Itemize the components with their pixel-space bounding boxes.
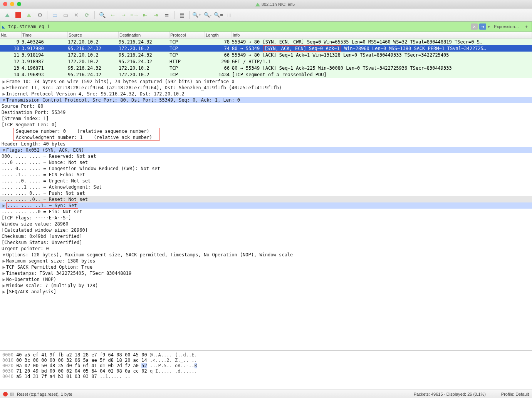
status-profile[interactable]: Profile: Default	[501, 392, 529, 396]
colorize-button[interactable]: ▤	[177, 10, 187, 20]
display-filter-input[interactable]	[8, 24, 469, 29]
minimize-icon[interactable]	[10, 2, 14, 6]
apply-filter-button[interactable]: ➔	[479, 23, 486, 30]
flag-fin[interactable]: .... .... ...0 = Fin: Not set	[0, 209, 532, 215]
tree-tcp[interactable]: ▼Transmission Control Protocol, Src Port…	[0, 97, 532, 103]
last-packet-button[interactable]: ⇥	[151, 10, 161, 20]
zoom-icon[interactable]	[17, 2, 21, 6]
tree-ip[interactable]: ▶Internet Protocol Version 4, Src: 95.21…	[0, 91, 532, 97]
stop-capture-button[interactable]	[13, 10, 23, 20]
tcp-window-size[interactable]: Window size value: 28960	[0, 221, 532, 227]
packet-row[interactable]: 134.19687195.216.24.32172.20.10.2TCP6680…	[0, 65, 532, 71]
bookmark-icon[interactable]: ◣	[2, 24, 7, 29]
reload-button[interactable]: ⟳	[82, 10, 92, 20]
auto-scroll-button[interactable]: ≣	[162, 10, 172, 20]
flag-ece[interactable]: .... .1.. .... = ECN-Echo: Set	[0, 172, 532, 178]
open-file-button[interactable]: ▭	[50, 10, 60, 20]
tcp-flags-string[interactable]: [TCP Flags: ·····E·A··S·]	[0, 215, 532, 221]
main-toolbar: ⚙ ▭ ▭ ✕ ⟳ 🔍 ← → ≡→ ⇤ ⇥ ≣ ▤ 🔍+ 🔍- 🔍= ⫼	[0, 8, 532, 22]
restart-capture-button[interactable]	[24, 10, 34, 20]
packet-row[interactable]: 113.918194172.20.10.295.216.24.32TCP6655…	[0, 52, 532, 58]
add-filter-button[interactable]: +	[523, 24, 530, 29]
tcp-options[interactable]: ▼Options: (20 bytes), Maximum segment si…	[0, 252, 532, 258]
col-header-length[interactable]: Length	[205, 32, 232, 38]
annotation-seq-ack-box: Sequence number: 0 (relative sequence nu…	[13, 128, 159, 141]
tcp-sequence-number[interactable]: Sequence number: 0 (relative sequence nu…	[13, 128, 159, 134]
recent-filters-button[interactable]: ▾	[488, 24, 490, 29]
go-to-packet-button[interactable]: ≡→	[129, 10, 139, 20]
close-icon[interactable]	[3, 2, 7, 6]
col-header-source[interactable]: Source	[68, 32, 119, 38]
packet-list-header: No. Time Source Destination Protocol Len…	[0, 32, 532, 38]
packet-details-pane[interactable]: ▶Frame 10: 74 bytes on wire (592 bits), …	[0, 78, 532, 350]
zoom-out-button[interactable]: 🔍-	[203, 10, 213, 20]
opt-mss[interactable]: ▶Maximum segment size: 1380 bytes	[0, 258, 532, 264]
flag-ack[interactable]: .... ...1 .... = Acknowledgment: Set	[0, 184, 532, 190]
tcp-flags[interactable]: ▼Flags: 0x052 (SYN, ACK, ECN)	[0, 147, 532, 153]
start-capture-button[interactable]	[2, 10, 12, 20]
flag-nonce[interactable]: ...0 .... .... = Nonce: Not set	[0, 159, 532, 166]
packet-row[interactable]: 123.918987172.20.10.295.216.24.32HTTP290…	[0, 58, 532, 65]
opt-sack[interactable]: ▶TCP SACK Permitted Option: True	[0, 264, 532, 270]
go-back-button[interactable]: ←	[108, 10, 118, 20]
flag-rst[interactable]: .... .... .0.. = Reset: Not set	[0, 196, 532, 202]
hex-row[interactable]: 0010 00 3c 00 00 00 00 32 06 5a ae 5f d8…	[2, 358, 530, 363]
tcp-checksum-status[interactable]: [Checksum Status: Unverified]	[0, 239, 532, 246]
flag-urg[interactable]: .... ..0. .... = Urgent: Not set	[0, 178, 532, 184]
wireshark-fin-icon	[255, 2, 260, 7]
flag-psh[interactable]: .... .... 0... = Push: Not set	[0, 190, 532, 196]
opt-timestamps[interactable]: ▶Timestamps: TSval 3422725405, TSecr 830…	[0, 270, 532, 276]
title-text: 802.11n NIC: en5	[262, 2, 295, 7]
packet-bytes-pane[interactable]: 0000 40 a5 ef 41 9f fb a2 18 28 e7 f9 64…	[0, 350, 532, 390]
tcp-urgent-pointer[interactable]: Urgent pointer: 0	[0, 246, 532, 252]
tcp-stream-index[interactable]: [Stream index: 1]	[0, 115, 532, 122]
tree-ethernet[interactable]: ▶Ethernet II, Src: a2:18:28:e7:f9:64 (a2…	[0, 85, 532, 91]
expert-info-icon[interactable]	[3, 392, 8, 396]
tcp-segment-len[interactable]: [TCP Segment Len: 0]	[0, 122, 532, 128]
find-packet-button[interactable]: 🔍	[97, 10, 107, 20]
capture-options-button[interactable]: ⚙	[35, 10, 45, 20]
col-header-protocol[interactable]: Protocol	[170, 32, 205, 38]
tcp-ack-number[interactable]: Acknowledgment number: 1 (relative ack n…	[13, 134, 159, 140]
hex-row[interactable]: 0040 a5 1d 31 7f a4 b3 01 03 03 07 ..1..…	[2, 374, 530, 379]
clear-filter-button[interactable]: ✕	[471, 23, 478, 30]
tcp-dest-port[interactable]: Destination Port: 55349	[0, 109, 532, 115]
resize-columns-button[interactable]: ⫼	[224, 10, 234, 20]
flag-cwr[interactable]: .... 0... .... = Congestion Window Reduc…	[0, 166, 532, 172]
go-forward-button[interactable]: →	[119, 10, 129, 20]
status-packet-counts: Packets: 49615 · Displayed: 26 (0.1%)	[414, 392, 486, 396]
window-controls	[3, 2, 21, 6]
flag-reserved[interactable]: 000. .... .... = Reserved: Not set	[0, 153, 532, 159]
hex-row[interactable]: 0020 0a 02 00 50 d8 35 d0 fb 6f 41 d1 0b…	[2, 363, 530, 368]
edit-preferences-icon[interactable]: ▨	[10, 391, 14, 396]
col-header-time[interactable]: Time	[22, 32, 68, 38]
opt-window-scale[interactable]: ▶Window scale: 7 (multiply by 128)	[0, 283, 532, 289]
save-file-button[interactable]: ▭	[60, 10, 70, 20]
col-header-info[interactable]: Info	[232, 32, 532, 38]
packet-row[interactable]: 93.403246172.20.10.295.216.24.32TCP78553…	[0, 38, 532, 45]
zoom-reset-button[interactable]: 🔍=	[213, 10, 223, 20]
display-filter-bar: ◣ ✕ ➔ ▾ Expression… +	[0, 22, 532, 32]
status-bar: ▨ Reset (tcp.flags.reset), 1 byte Packet…	[0, 390, 532, 398]
col-header-destination[interactable]: Destination	[119, 32, 170, 38]
zoom-in-button[interactable]: 🔍+	[192, 10, 202, 20]
packet-row[interactable]: 144.19689395.216.24.32172.20.10.2TCP1434…	[0, 71, 532, 78]
packet-list[interactable]: 93.403246172.20.10.295.216.24.32TCP78553…	[0, 38, 532, 78]
tcp-seq-ack-analysis[interactable]: ▶[SEQ/ACK analysis]	[0, 289, 532, 295]
titlebar: 802.11n NIC: en5	[0, 0, 532, 8]
packet-row[interactable]: 103.91798095.216.24.32172.20.10.2TCP7480…	[0, 45, 532, 52]
tcp-header-length[interactable]: Header Length: 40 bytes	[0, 141, 532, 147]
first-packet-button[interactable]: ⇤	[140, 10, 150, 20]
tcp-source-port[interactable]: Source Port: 80	[0, 103, 532, 109]
status-field-info: Reset (tcp.flags.reset), 1 byte	[17, 392, 72, 396]
close-file-button[interactable]: ✕	[71, 10, 81, 20]
tree-frame[interactable]: ▶Frame 10: 74 bytes on wire (592 bits), …	[0, 79, 532, 85]
tcp-calc-window[interactable]: [Calculated window size: 28960]	[0, 227, 532, 233]
col-header-no[interactable]: No.	[0, 32, 22, 38]
expression-button[interactable]: Expression…	[492, 24, 521, 29]
opt-nop[interactable]: ▶No-Operation (NOP)	[0, 276, 532, 283]
hex-row[interactable]: 0000 40 a5 ef 41 9f fb a2 18 28 e7 f9 64…	[2, 352, 530, 358]
hex-row[interactable]: 0030 71 20 49 bd 00 00 02 04 05 64 04 02…	[2, 368, 530, 374]
flag-syn[interactable]: ▶.... .... ..1. = Syn: Set	[0, 202, 532, 209]
tcp-checksum[interactable]: Checksum: 0x49bd [unverified]	[0, 233, 532, 239]
